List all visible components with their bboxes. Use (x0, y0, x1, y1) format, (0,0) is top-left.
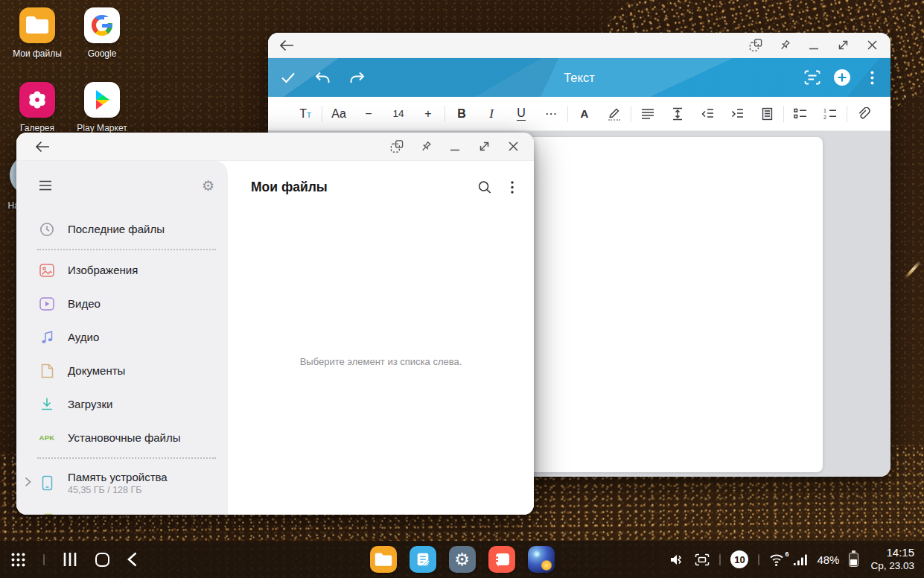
sidebar-item-device-storage[interactable]: Память устройства 45,35 ГБ / 128 ГБ (16, 462, 228, 504)
files-titlebar[interactable] (16, 133, 534, 161)
files-main-panel: Мои файлы Выберите элемент из списка сле… (228, 161, 534, 515)
close-icon[interactable] (506, 140, 520, 153)
back-icon[interactable] (278, 37, 295, 54)
sidebar-item-label: Установочные файлы (68, 431, 181, 444)
search-icon[interactable] (478, 180, 491, 194)
clock-time: 14:15 (870, 546, 914, 560)
sidebar-item-apk[interactable]: APK Установочные файлы (16, 421, 228, 454)
svg-text:1: 1 (823, 108, 826, 113)
desktop-icon-gallery[interactable]: Галерея (4, 82, 71, 133)
text-style-button[interactable]: Тт (290, 101, 320, 127)
taskbar-app-settings[interactable]: ⚙ (449, 546, 476, 573)
window-controls (749, 39, 879, 52)
sound-mute-icon[interactable] (670, 553, 685, 566)
window-controls (390, 140, 520, 153)
taskbar-app-game[interactable] (528, 546, 555, 573)
add-icon[interactable] (832, 68, 852, 87)
desktop-icon-label: Play Маркет (68, 123, 136, 133)
apps-grid-icon[interactable] (11, 553, 25, 567)
sidebar-item-label: Загрузки (68, 398, 112, 410)
desktop-icon-google[interactable]: Google (68, 7, 136, 59)
minimize-icon[interactable] (807, 39, 821, 52)
pin-icon[interactable] (778, 39, 791, 52)
home-icon[interactable] (95, 553, 109, 567)
maximize-icon[interactable] (477, 140, 491, 153)
align-button[interactable] (633, 101, 663, 127)
taskbar-divider (43, 554, 45, 565)
bullet-list-button[interactable] (786, 101, 815, 127)
line-spacing-button[interactable] (663, 101, 692, 127)
taskbar-app-my-files[interactable] (370, 546, 397, 573)
wifi-gen-label: 6 (785, 550, 788, 558)
popup-view-icon[interactable] (749, 39, 762, 52)
numbered-list-button[interactable]: 1 2 (815, 101, 845, 127)
sidebar-item-subtitle: 45,35 ГБ / 128 ГБ (68, 485, 168, 495)
font-color-button[interactable]: A (570, 101, 599, 127)
phone-storage-icon (39, 474, 55, 491)
back-nav-icon[interactable] (127, 552, 137, 567)
font-button[interactable]: Aa (324, 101, 354, 127)
notification-badge[interactable]: 10 (730, 550, 748, 568)
desktop: Мои файлы Google Галерея P (0, 0, 924, 578)
wallpaper-streak (904, 261, 921, 279)
sidebar-item-label: Карта памяти (68, 514, 138, 515)
play-store-icon (84, 82, 120, 118)
redo-icon[interactable] (347, 68, 366, 87)
google-icon (84, 7, 120, 43)
notes-titlebar[interactable] (268, 33, 890, 58)
sidebar-item-label: Память устройства (68, 471, 168, 483)
confirm-icon[interactable] (278, 68, 298, 87)
desktop-icon-play-market[interactable]: Play Маркет (68, 82, 136, 133)
clock[interactable]: 14:15 Ср, 23.03 (870, 546, 914, 573)
highlight-color-button[interactable] (599, 101, 629, 127)
pin-icon[interactable] (419, 140, 433, 153)
indent-button[interactable] (722, 101, 752, 127)
sidebar-item-documents[interactable]: Документы (16, 354, 228, 387)
sidebar-item-images[interactable]: Изображения (16, 253, 228, 287)
drawer-menu-icon[interactable] (39, 180, 52, 191)
text-recognition-icon[interactable] (803, 68, 822, 87)
taskbar-app-notes[interactable] (410, 546, 436, 573)
sidebar-item-recent-files[interactable]: Последние файлы (16, 212, 228, 246)
close-icon[interactable] (865, 39, 879, 52)
back-icon[interactable] (34, 139, 51, 155)
more-vertical-icon[interactable] (862, 68, 882, 87)
audio-icon (39, 329, 55, 346)
sidebar-item-video[interactable]: Видео (16, 287, 228, 320)
sidebar-item-audio[interactable]: Аудио (16, 320, 228, 354)
sidebar-divider (37, 249, 216, 250)
apk-badge-icon: APK (39, 430, 55, 446)
battery-percent: 48% (817, 553, 839, 566)
capture-icon[interactable] (695, 553, 710, 566)
outdent-button[interactable] (692, 101, 722, 127)
font-size-decrease-button[interactable]: − (354, 101, 383, 127)
italic-button[interactable]: I (477, 101, 506, 127)
settings-gear-icon[interactable]: ⚙ (202, 179, 214, 193)
taskbar-app-members[interactable] (488, 546, 515, 573)
paragraph-style-button[interactable] (752, 101, 782, 127)
sidebar-item-sd-card[interactable]: Карта памяти (16, 504, 228, 515)
font-size-increase-button[interactable]: + (413, 101, 443, 127)
chevron-right-icon[interactable] (25, 477, 31, 487)
more-vertical-icon[interactable] (506, 180, 519, 194)
images-icon (39, 262, 55, 279)
recents-icon[interactable] (63, 552, 77, 567)
minimize-icon[interactable] (448, 140, 462, 153)
desktop-icon-label: Google (68, 48, 136, 59)
more-format-button[interactable]: ⋯ (536, 101, 566, 127)
font-size-value[interactable]: 14 (383, 101, 413, 127)
attachment-icon[interactable] (849, 101, 879, 127)
bold-button[interactable]: B (447, 101, 477, 127)
maximize-icon[interactable] (836, 39, 850, 52)
sidebar-item-downloads[interactable]: Загрузки (16, 387, 228, 421)
underline-button[interactable]: U (506, 101, 536, 127)
desktop-icon-my-files[interactable]: Мои файлы (4, 7, 71, 59)
wifi-icon[interactable]: 6 (769, 553, 784, 565)
notes-format-toolbar: Тт Aa − 14 + B I U ⋯ A (268, 97, 890, 131)
clock-icon (39, 221, 55, 238)
popup-view-icon[interactable] (390, 140, 404, 153)
battery-icon (849, 553, 858, 567)
sd-card-icon (39, 512, 55, 515)
undo-icon[interactable] (313, 68, 332, 87)
signal-icon (794, 554, 807, 565)
